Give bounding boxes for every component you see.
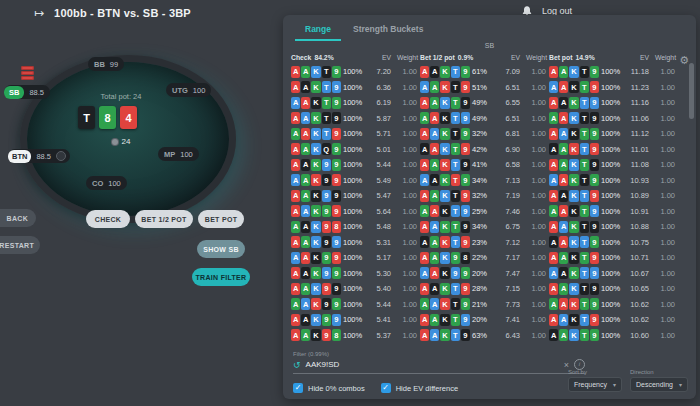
filter-options: ✓ Hide 0% combos ✓ Hide EV difference xyxy=(293,383,458,393)
bet-half-pot-button[interactable]: BET 1/2 POT xyxy=(135,210,193,228)
action-ev: 10.62 xyxy=(625,300,655,309)
card-badge: A xyxy=(420,143,429,155)
scrollbar-thumb[interactable] xyxy=(689,63,694,119)
card-badge: A xyxy=(301,190,310,202)
action-frequency: 100% xyxy=(599,238,625,247)
card-badge: A xyxy=(549,112,558,124)
seat-name: MP xyxy=(164,150,175,159)
action-frequency: 21% xyxy=(470,300,496,309)
card-badge: A xyxy=(301,314,310,326)
range-row[interactable]: AAK99100%5.641.00AAKT925%7.461.00AAKT910… xyxy=(283,204,696,220)
hand-cards: AAK99 xyxy=(291,159,341,171)
hand-cards: AAKT9 xyxy=(549,81,599,93)
range-row[interactable]: AAKT9100%5.711.00AAKT932%6.811.00AAKT910… xyxy=(283,126,696,142)
hide-zero-combos-checkbox[interactable]: ✓ Hide 0% combos xyxy=(293,383,365,393)
card-badge: K xyxy=(311,236,320,248)
checkbox-check-icon[interactable]: ✓ xyxy=(293,383,303,393)
action-weight: 1.00 xyxy=(397,222,420,231)
range-row[interactable]: AAK99100%5.301.00AAK9920%7.471.00AAKT910… xyxy=(283,266,696,282)
action-ev: 7.19 xyxy=(496,191,526,200)
card-badge: T xyxy=(580,81,589,93)
direction-select[interactable]: Descending▾ xyxy=(630,377,688,392)
action-ev: 11.18 xyxy=(625,67,655,76)
ev-header: EV xyxy=(367,54,397,61)
column-bet-pot: Bet pot14.9% xyxy=(549,54,625,61)
range-row[interactable]: AAKQ9100%5.011.00AAKT942%6.901.00AAKT910… xyxy=(283,142,696,158)
check-button[interactable]: CHECK xyxy=(86,210,130,228)
hand-cards: AAKT9 xyxy=(420,298,470,310)
range-row[interactable]: AAK99100%5.441.00AAKT921%7.731.00AAKT910… xyxy=(283,297,696,313)
card-badge: K xyxy=(440,314,449,326)
action-weight: 1.00 xyxy=(655,238,678,247)
tab-strength-buckets[interactable]: Strength Buckets xyxy=(343,19,433,41)
filter-value[interactable]: AAK9!SD xyxy=(306,360,559,369)
clear-filter-icon[interactable]: × xyxy=(564,360,569,370)
hand-cards: AAKT9 xyxy=(549,143,599,155)
range-row[interactable]: AAK99100%5.311.00AAKT923%7.121.00AAKT910… xyxy=(283,235,696,251)
card-badge: 9 xyxy=(332,112,341,124)
range-row[interactable]: AAK99100%5.171.00AAK9822%7.171.00AAKT910… xyxy=(283,250,696,266)
card-badge: T xyxy=(580,143,589,155)
range-row[interactable]: AAK98100%5.371.00AAKT963%6.431.00AAKT910… xyxy=(283,328,696,344)
card-badge: T xyxy=(451,112,460,124)
pot-amount: 24 xyxy=(61,137,181,146)
card-badge: 9 xyxy=(322,236,331,248)
restart-button[interactable]: RESTART xyxy=(0,236,40,254)
hide-ev-difference-checkbox[interactable]: ✓ Hide EV difference xyxy=(381,383,458,393)
action-ev: 11.12 xyxy=(625,129,655,138)
hand-cards: AAK99 xyxy=(291,190,341,202)
action-weight: 1.00 xyxy=(397,114,420,123)
bet-pot-button[interactable]: BET POT xyxy=(198,210,244,228)
card-badge: A xyxy=(301,283,310,295)
card-badge: A xyxy=(430,143,439,155)
train-filter-button[interactable]: TRAIN FILTER xyxy=(192,268,250,286)
reset-filter-icon[interactable]: ↺ xyxy=(293,360,301,370)
hand-cards: AAKT9 xyxy=(420,174,470,186)
card-badge: 9 xyxy=(461,298,470,310)
back-button[interactable]: BACK xyxy=(0,209,36,227)
range-row[interactable]: AAK99100%5.441.00AAKT941%6.581.00AAKT910… xyxy=(283,157,696,173)
tab-range[interactable]: Range xyxy=(295,19,341,41)
action-frequency: 49% xyxy=(470,98,496,107)
range-row[interactable]: AAKT9100%5.871.00AAKT949%6.511.00AAKT910… xyxy=(283,111,696,127)
action-ev: 5.30 xyxy=(367,269,397,278)
range-row[interactable]: AAK99100%5.491.00AAKT934%7.131.00AAKT910… xyxy=(283,173,696,189)
card-badge: 9 xyxy=(590,267,599,279)
action-frequency: 100% xyxy=(599,98,625,107)
range-row[interactable]: AAK99100%5.401.00AAKT928%7.151.00AAKT910… xyxy=(283,281,696,297)
action-frequency: 100% xyxy=(341,160,367,169)
action-frequency: 100% xyxy=(341,129,367,138)
range-row[interactable]: AAK99100%5.411.00AAKT920%7.411.00AAKT910… xyxy=(283,312,696,328)
range-row[interactable]: AAKT9100%7.201.00AAKT961%7.091.00AAKT910… xyxy=(283,64,696,80)
filter-input[interactable]: ↺ AAK9!SD × i xyxy=(293,359,585,374)
checkbox-check-icon[interactable]: ✓ xyxy=(381,383,391,393)
card-badge: A xyxy=(430,236,439,248)
card-badge: 9 xyxy=(332,298,341,310)
hand-cards: AAKT9 xyxy=(549,252,599,264)
action-weight: 1.00 xyxy=(526,331,549,340)
range-row[interactable]: AAK98100%5.481.00AAKT934%6.751.00AAKT910… xyxy=(283,219,696,235)
action-weight: 1.00 xyxy=(526,83,549,92)
action-ev: 6.58 xyxy=(496,160,526,169)
settings-gear-icon[interactable]: ⚙ xyxy=(679,55,689,66)
card-badge: 9 xyxy=(590,190,599,202)
show-sb-button[interactable]: SHOW SB xyxy=(197,240,245,258)
card-badge: 9 xyxy=(590,81,599,93)
range-row[interactable]: AAK99100%5.471.00AAKT932%7.191.00AAKT910… xyxy=(283,188,696,204)
card-badge: A xyxy=(420,190,429,202)
card-badge: T xyxy=(322,81,331,93)
card-badge: A xyxy=(420,314,429,326)
hand-cards: AAKT9 xyxy=(420,128,470,140)
action-ev: 10.60 xyxy=(625,331,655,340)
range-row[interactable]: AAKT9100%6.191.00AAKT949%6.551.00AAKT910… xyxy=(283,95,696,111)
sort-by-select[interactable]: Frequency▾ xyxy=(568,377,622,392)
action-ev: 7.47 xyxy=(496,269,526,278)
action-frequency: 100% xyxy=(599,222,625,231)
range-row[interactable]: AAKT9100%6.361.00AAKT951%6.511.00AAKT910… xyxy=(283,80,696,96)
action-ev: 10.75 xyxy=(625,238,655,247)
card-badge: K xyxy=(311,97,320,109)
card-badge: A xyxy=(291,190,300,202)
card-badge: A xyxy=(559,128,568,140)
action-ev: 7.73 xyxy=(496,300,526,309)
action-ev: 6.43 xyxy=(496,331,526,340)
